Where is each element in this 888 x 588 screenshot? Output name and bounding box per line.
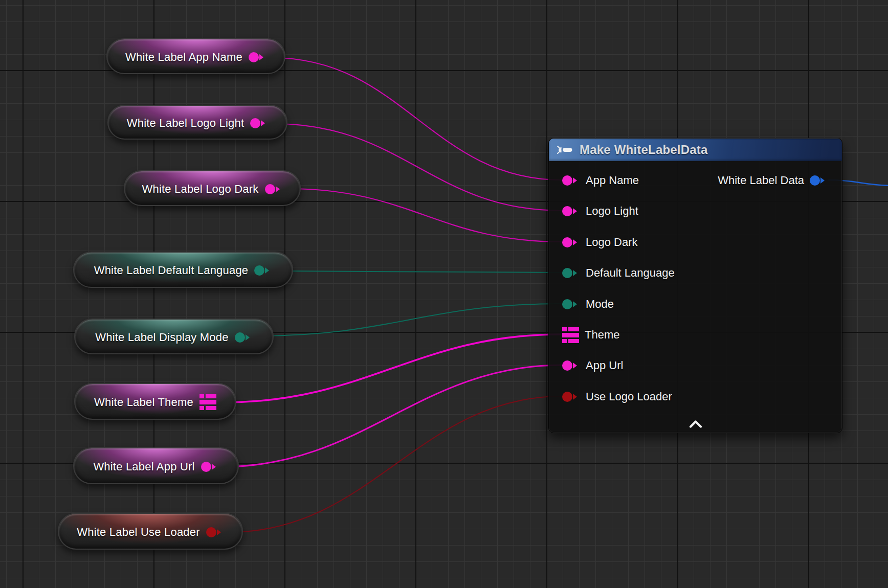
pin[interactable] xyxy=(265,184,283,194)
input-pin-row-logo-dark: Logo Dark xyxy=(562,235,638,250)
pin[interactable] xyxy=(250,118,268,128)
pin-wing xyxy=(276,186,283,192)
collapse-node-button[interactable] xyxy=(685,418,706,429)
make-whitelabeldata-node[interactable]: Make WhiteLabelData White Label Data App… xyxy=(548,138,842,433)
struct-cell xyxy=(206,394,216,398)
pin-wing xyxy=(573,208,580,214)
input-pin-label: App Url xyxy=(586,359,623,372)
output-pin-row: White Label Data xyxy=(718,173,828,188)
variable-node-white-label-logo-dark[interactable]: White Label Logo Dark xyxy=(124,170,301,206)
struct-cell xyxy=(568,339,579,343)
pin[interactable] xyxy=(562,237,580,247)
variable-node-label: White Label Logo Dark xyxy=(142,183,259,196)
variable-node-label: White Label Display Mode xyxy=(95,331,228,344)
input-pin-row-mode: Mode xyxy=(562,297,614,312)
pin[interactable] xyxy=(562,299,580,309)
node-header[interactable]: Make WhiteLabelData xyxy=(549,139,842,161)
pin-wing xyxy=(212,464,219,470)
variable-node-white-label-display-mode[interactable]: White Label Display Mode xyxy=(74,319,274,354)
input-pin-row-app-name: App Name xyxy=(562,173,639,188)
wire[interactable] xyxy=(272,58,562,180)
pin-dot xyxy=(201,462,211,472)
wire[interactable] xyxy=(274,124,562,211)
input-pin-label: Use Logo Loader xyxy=(586,390,672,403)
input-pin-row-theme: Theme xyxy=(562,327,619,343)
input-pin-label: Logo Dark xyxy=(586,236,638,249)
pin-wing xyxy=(573,394,580,400)
pin-dot xyxy=(235,332,245,343)
input-pin-label: Logo Light xyxy=(586,205,638,218)
input-pin-row-app-url: App Url xyxy=(562,358,623,373)
pin-wing xyxy=(573,363,580,369)
struct-pin-icon[interactable] xyxy=(562,327,579,343)
variable-node-label: White Label Use Loader xyxy=(77,526,199,539)
pin-dot xyxy=(562,237,572,247)
pin[interactable] xyxy=(562,392,580,402)
pin-dot xyxy=(250,118,260,128)
input-pin-label: Default Language xyxy=(586,266,675,280)
struct-cell xyxy=(206,406,216,410)
struct-pin-icon[interactable] xyxy=(199,394,216,410)
variable-node-label: White Label Logo Light xyxy=(127,117,244,130)
wire[interactable] xyxy=(221,365,562,467)
pin[interactable] xyxy=(562,360,580,371)
variable-node-white-label-app-name[interactable]: White Label App Name xyxy=(106,38,285,74)
pin-wing xyxy=(246,334,253,341)
variable-node-label: White Label App Url xyxy=(93,460,194,473)
pin[interactable] xyxy=(254,265,272,276)
pin-dot xyxy=(810,175,820,186)
variable-node-white-label-app-url[interactable]: White Label App Url xyxy=(73,447,239,484)
pin-dot xyxy=(254,265,264,276)
pin[interactable] xyxy=(235,332,253,343)
struct-cell xyxy=(199,406,204,410)
variable-node-label: White Label Theme xyxy=(94,396,193,409)
wire[interactable] xyxy=(280,271,562,273)
wire[interactable] xyxy=(256,304,562,336)
white-label-data-output-pin[interactable] xyxy=(810,175,828,186)
variable-node-label: White Label Default Language xyxy=(94,264,249,277)
pin-dot xyxy=(249,52,259,62)
variable-node-white-label-default-language[interactable]: White Label Default Language xyxy=(73,252,293,288)
pin-wing xyxy=(265,267,272,274)
pin[interactable] xyxy=(206,527,224,537)
pin-wing xyxy=(261,120,268,126)
input-pin-label: Mode xyxy=(586,298,614,311)
variable-node-white-label-theme[interactable]: White Label Theme xyxy=(74,383,236,420)
pin-wing xyxy=(573,177,580,184)
pin-dot xyxy=(265,184,275,194)
pin-dot xyxy=(562,392,572,402)
chevron-up-icon xyxy=(689,420,703,428)
struct-cell xyxy=(568,327,579,331)
blueprint-graph-canvas[interactable]: White Label App NameWhite Label Logo Lig… xyxy=(0,0,888,588)
pin-dot xyxy=(562,206,572,216)
pin-wing xyxy=(573,270,580,276)
output-pin-label: White Label Data xyxy=(718,174,804,187)
node-title: Make WhiteLabelData xyxy=(580,143,708,157)
pin-dot xyxy=(206,527,216,537)
pin[interactable] xyxy=(562,206,580,216)
pin-wing xyxy=(217,529,224,535)
make-struct-icon xyxy=(556,146,574,154)
wire[interactable] xyxy=(229,396,562,532)
struct-cell xyxy=(562,333,579,337)
struct-cell xyxy=(562,339,567,343)
wire[interactable] xyxy=(287,189,562,242)
pin-wing xyxy=(820,177,828,184)
pin[interactable] xyxy=(562,175,580,186)
wire[interactable] xyxy=(224,334,560,402)
variable-node-white-label-use-loader[interactable]: White Label Use Loader xyxy=(58,513,243,550)
input-pin-row-default-language: Default Language xyxy=(562,265,675,281)
struct-cell xyxy=(199,394,204,398)
pin-dot xyxy=(562,299,572,309)
struct-cell xyxy=(199,400,216,404)
input-pin-label: Theme xyxy=(585,328,619,342)
pin-wing xyxy=(259,54,267,60)
pin-dot xyxy=(562,175,572,186)
pin[interactable] xyxy=(562,268,580,278)
pin-wing xyxy=(573,239,580,245)
pin[interactable] xyxy=(201,462,219,472)
input-pin-row-use-logo-loader: Use Logo Loader xyxy=(562,389,672,404)
variable-node-white-label-logo-light[interactable]: White Label Logo Light xyxy=(107,105,287,140)
pin[interactable] xyxy=(249,52,267,62)
pin-dot xyxy=(562,360,572,371)
